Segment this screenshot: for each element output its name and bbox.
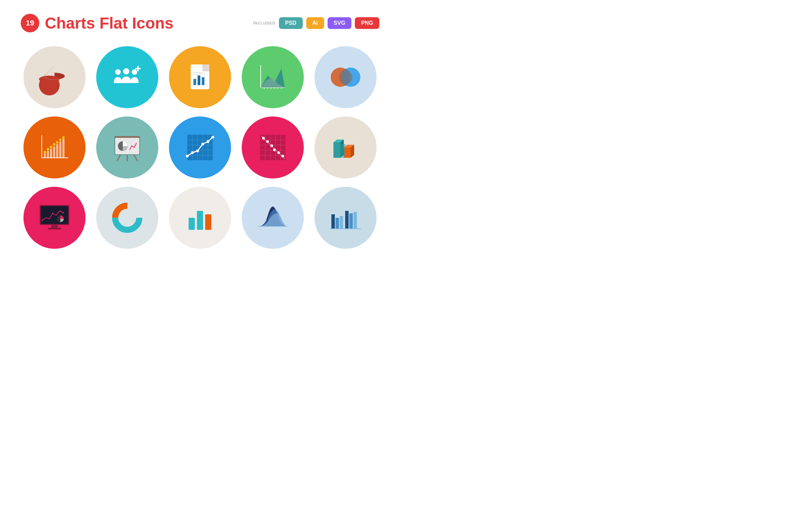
icon-presentation-board[interactable] [96, 116, 158, 178]
svg-point-92 [42, 219, 43, 221]
icon-grouped-bar-chart[interactable] [314, 187, 377, 249]
icon-donut-chart[interactable] [96, 187, 158, 249]
format-psd[interactable]: PSD [279, 17, 303, 29]
svg-point-4 [132, 69, 137, 75]
svg-point-89 [50, 226, 51, 227]
svg-rect-31 [59, 142, 61, 158]
svg-rect-29 [53, 146, 55, 158]
svg-point-3 [123, 68, 129, 74]
svg-rect-99 [189, 218, 195, 230]
svg-rect-28 [50, 149, 52, 158]
icon-line-grid-chart[interactable] [169, 116, 231, 178]
svg-point-34 [47, 148, 49, 151]
svg-rect-27 [47, 151, 49, 158]
title-area: 19 Charts Flat Icons [21, 14, 173, 32]
icon-area-chart-mountain[interactable] [242, 46, 304, 108]
svg-rect-106 [345, 211, 349, 229]
svg-rect-32 [62, 139, 64, 158]
icon-scatter-plot-pink[interactable] [242, 116, 304, 178]
svg-rect-26 [44, 153, 46, 158]
included-label: INCLUDED [253, 21, 276, 25]
svg-rect-105 [340, 216, 343, 229]
svg-point-37 [56, 141, 58, 144]
formats-area: INCLUDED PSD Ai SVG PNG [253, 17, 379, 29]
svg-line-45 [134, 155, 138, 161]
svg-rect-46 [114, 136, 140, 138]
svg-rect-10 [198, 75, 200, 85]
svg-line-44 [117, 155, 120, 161]
svg-point-2 [115, 69, 121, 75]
svg-point-59 [201, 143, 204, 145]
svg-point-38 [59, 139, 61, 141]
icon-scatter-bar-chart[interactable] [23, 116, 86, 178]
svg-point-98 [120, 211, 134, 225]
svg-point-35 [50, 146, 52, 148]
icon-venn-diagram[interactable] [314, 46, 377, 108]
page-header: 19 Charts Flat Icons INCLUDED PSD Ai SVG… [21, 14, 379, 32]
svg-rect-88 [48, 228, 61, 229]
svg-rect-104 [336, 218, 339, 229]
svg-rect-107 [349, 213, 353, 229]
svg-point-94 [62, 212, 64, 213]
icons-grid [21, 46, 379, 249]
svg-point-39 [62, 136, 64, 139]
svg-rect-100 [197, 211, 203, 230]
icon-bell-curve[interactable] [242, 187, 304, 249]
svg-rect-86 [41, 206, 68, 224]
svg-rect-30 [56, 144, 58, 158]
svg-rect-9 [193, 79, 196, 85]
svg-rect-108 [353, 212, 357, 229]
page-title: Charts Flat Icons [45, 14, 173, 32]
svg-rect-84 [339, 144, 346, 158]
format-svg[interactable]: SVG [328, 17, 352, 29]
svg-point-61 [211, 136, 214, 139]
svg-point-60 [207, 140, 209, 143]
count-badge: 19 [21, 14, 39, 32]
svg-point-56 [186, 155, 189, 157]
svg-point-36 [53, 143, 55, 146]
format-ai[interactable]: Ai [306, 17, 324, 29]
icon-bar-chart-teal[interactable] [169, 187, 231, 249]
icon-monitor-dashboard[interactable] [23, 187, 86, 249]
icon-people-add[interactable] [96, 46, 158, 108]
svg-point-58 [196, 150, 199, 152]
icon-chart-document[interactable] [169, 46, 231, 108]
svg-rect-12 [193, 74, 206, 74]
format-png[interactable]: PNG [355, 17, 379, 29]
svg-rect-103 [331, 214, 335, 229]
svg-rect-8 [202, 64, 209, 71]
svg-point-33 [43, 151, 46, 153]
svg-point-91 [57, 226, 58, 227]
svg-rect-13 [193, 72, 203, 73]
svg-point-93 [52, 213, 53, 214]
svg-rect-11 [202, 77, 204, 85]
svg-rect-101 [205, 214, 211, 230]
icon-pie-chart-3d[interactable] [23, 46, 86, 108]
svg-rect-6 [135, 68, 141, 69]
svg-point-57 [191, 151, 194, 154]
svg-point-90 [54, 226, 55, 227]
icon-bar-chart-3d[interactable] [314, 116, 377, 178]
